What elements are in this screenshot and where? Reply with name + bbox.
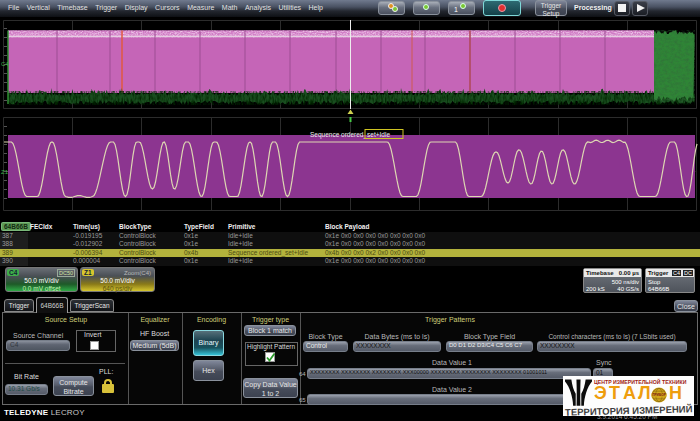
svg-text:ПРИБОР: ПРИБОР: [652, 393, 666, 397]
svg-text:Sequence ordered_set+Idle: Sequence ordered_set+Idle: [310, 131, 390, 139]
svg-text:Z1: Z1: [1, 169, 9, 175]
svg-text:C4: C4: [1, 61, 9, 67]
